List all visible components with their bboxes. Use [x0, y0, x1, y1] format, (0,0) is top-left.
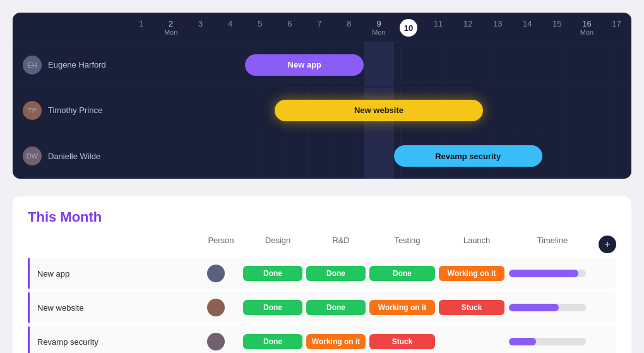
status-badge: Done	[306, 300, 366, 315]
gantt-day-10: 10	[394, 13, 424, 42]
avatar	[207, 299, 225, 316]
avatar	[207, 333, 225, 350]
status-badge: Working on it	[306, 334, 366, 349]
gantt-row-0: EHEugene HarfordNew app	[13, 42, 631, 88]
col-testing: Testing	[373, 236, 442, 253]
timeline-fill	[509, 304, 559, 311]
col-name	[35, 236, 196, 253]
gantt-day-13: 13	[483, 13, 513, 42]
gantt-bar-area-1: New website	[126, 88, 631, 133]
avatar: EH	[23, 56, 42, 75]
timeline-track	[509, 338, 586, 345]
gantt-day-9: 9Mon	[364, 13, 393, 42]
gantt-bar-area-2: Revamp security	[126, 133, 631, 179]
gantt-person-2: DWDanielle Wilde	[13, 133, 126, 179]
table-row: Revamp securityDoneWorking on itStuck	[28, 326, 616, 353]
status-badge: Working on it	[439, 266, 504, 281]
gantt-row-1: TPTimothy PrinceNew website	[13, 88, 631, 133]
gantt-day-5: 5	[245, 13, 275, 42]
gantt-day-17: 17	[602, 13, 631, 42]
table-row: New websiteDoneDoneWorking on itStuck	[28, 292, 616, 323]
status-badge: Done	[243, 300, 302, 315]
col-rd: R&D	[309, 236, 373, 253]
timeline-bar	[506, 270, 588, 277]
table-section: This Month Person Design R&D Testing Lau…	[13, 196, 631, 353]
gantt-person-0: EHEugene Harford	[13, 42, 126, 87]
gantt-day-11: 11	[424, 13, 453, 42]
gantt-header: 12Mon3456789Mon10111213141516Mon17	[13, 13, 631, 42]
row-name: Revamp security	[37, 337, 191, 347]
gantt-header-empty	[13, 13, 126, 42]
gantt-bar-1[interactable]: New website	[275, 100, 482, 121]
avatar: TP	[23, 101, 42, 120]
section-title: This Month	[28, 209, 616, 225]
col-launch: Launch	[442, 236, 511, 253]
col-person: Person	[196, 236, 246, 253]
row-name: New website	[37, 303, 191, 313]
gantt-day-12: 12	[453, 13, 483, 42]
timeline-bar	[506, 338, 588, 345]
gantt-row-2: DWDanielle WildeRevamp security	[13, 133, 631, 179]
avatar: DW	[23, 147, 42, 165]
status-badge: Done	[369, 266, 435, 281]
timeline-bar	[506, 304, 588, 311]
row-person-avatar	[191, 265, 241, 282]
projects-table: Person Design R&D Testing Launch Timelin…	[28, 236, 616, 353]
col-design: Design	[246, 236, 309, 253]
status-badge: Done	[243, 266, 302, 281]
add-column-button[interactable]: +	[599, 236, 616, 253]
gantt-day-3: 3	[186, 13, 215, 42]
gantt-day-14: 14	[513, 13, 542, 42]
gantt-bar-area-0: New app	[126, 42, 631, 87]
gantt-day-15: 15	[542, 13, 572, 42]
row-person-avatar	[191, 299, 241, 316]
gantt-day-2: 2Mon	[156, 13, 186, 42]
status-badge: Stuck	[369, 334, 435, 349]
status-badge: Working on it	[369, 300, 435, 315]
timeline-track	[509, 304, 586, 311]
row-name: New app	[37, 269, 191, 278]
status-badge: Done	[306, 266, 366, 281]
timeline-fill	[509, 270, 578, 277]
today-marker: 10	[400, 19, 417, 37]
status-badge: Stuck	[439, 300, 504, 315]
table-row: New appDoneDoneDoneWorking on it	[28, 258, 616, 289]
col-timeline: Timeline	[511, 236, 593, 253]
status-badge	[439, 338, 504, 345]
gantt-day-6: 6	[275, 13, 304, 42]
gantt-day-4: 4	[215, 13, 245, 42]
gantt-person-1: TPTimothy Prince	[13, 88, 126, 133]
gantt-chart: 12Mon3456789Mon10111213141516Mon17 EHEug…	[13, 13, 631, 179]
timeline-track	[509, 270, 586, 277]
gantt-bar-0[interactable]: New app	[245, 54, 364, 76]
row-person-avatar	[191, 333, 241, 350]
gantt-day-1: 1	[126, 13, 156, 42]
status-badge: Done	[243, 334, 302, 349]
col-headers: Person Design R&D Testing Launch Timelin…	[28, 236, 616, 258]
timeline-fill	[509, 338, 536, 345]
gantt-bar-2[interactable]: Revamp security	[394, 145, 542, 167]
gantt-day-8: 8	[334, 13, 364, 42]
gantt-day-16: 16Mon	[572, 13, 602, 42]
gantt-day-7: 7	[304, 13, 334, 42]
avatar	[207, 265, 225, 282]
